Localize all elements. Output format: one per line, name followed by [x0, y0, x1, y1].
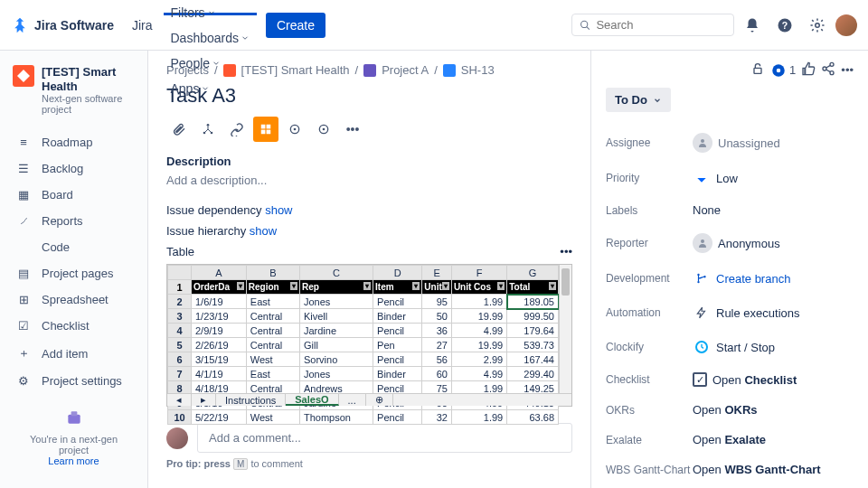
link-icon[interactable]: [224, 117, 250, 142]
project-name: [TEST] Smart Health: [42, 65, 135, 93]
nav-people[interactable]: People: [164, 51, 258, 76]
priority-field[interactable]: Low: [693, 169, 854, 187]
checklist-field[interactable]: ✓Open Checklist: [693, 372, 854, 387]
gear-icon[interactable]: [282, 117, 307, 142]
chevron-down-icon: [653, 96, 662, 105]
svg-point-7: [207, 124, 210, 127]
spreadsheet-scrollbar-v[interactable]: [559, 265, 571, 393]
svg-rect-6: [71, 411, 77, 416]
user-avatar[interactable]: [835, 14, 857, 36]
sheet-tab[interactable]: SalesO: [286, 394, 338, 406]
task-badge-icon: [443, 64, 456, 77]
exalate-field[interactable]: Open Exalate: [693, 433, 854, 446]
automation-field[interactable]: Rule executions: [693, 304, 854, 322]
assignee-field[interactable]: Unassigned: [693, 133, 854, 153]
clockify-field[interactable]: Start / Stop: [693, 338, 854, 356]
sidebar-project-pages[interactable]: ▤Project pages: [7, 260, 140, 286]
sidebar-spreadsheet[interactable]: ⊞Spreadsheet: [7, 286, 140, 313]
svg-point-20: [777, 68, 781, 72]
issue-content: Projects / [TEST] Smart Health / Project…: [148, 51, 591, 488]
labels-field[interactable]: None: [693, 203, 854, 217]
status-button[interactable]: To Do: [606, 88, 671, 112]
search-icon: [580, 19, 590, 32]
table-more-icon[interactable]: •••: [560, 245, 572, 258]
top-nav: Jira Software Jira Your workProjects Fil…: [0, 0, 868, 51]
watch-icon[interactable]: 1: [770, 62, 796, 79]
wbs-field[interactable]: Open WBS Gantt-Chart: [693, 463, 854, 476]
spreadsheet-tabstrip[interactable]: ◂ ▸ Instructions SalesO ... ⊕: [167, 393, 571, 406]
svg-point-4: [816, 23, 820, 27]
nav-filters[interactable]: Filters: [164, 0, 258, 25]
sidebar-footer: You're in a next-gen project Learn more: [7, 401, 140, 474]
hierarchy-show[interactable]: show: [250, 224, 277, 238]
sheet-nav-prev[interactable]: ◂: [167, 394, 192, 406]
lock-icon[interactable]: [750, 61, 765, 79]
create-button[interactable]: Create: [266, 13, 326, 38]
more-icon[interactable]: •••: [340, 117, 365, 142]
okrs-field[interactable]: Open OKRs: [693, 403, 854, 417]
priority-low-icon: [693, 169, 711, 187]
sheet-add-icon[interactable]: ⊕: [366, 394, 393, 406]
dependency-show[interactable]: show: [265, 203, 292, 217]
project-header[interactable]: [TEST] Smart Health Next-gen software pr…: [7, 65, 140, 129]
spreadsheet-embed[interactable]: ABCDEFG1OrderDaRegionRepItemUnitUnit Cos…: [166, 264, 572, 407]
comment-input[interactable]: Add a comment...: [197, 423, 572, 453]
nav-apps[interactable]: Apps: [164, 76, 258, 101]
svg-line-1: [587, 26, 590, 29]
sidebar-backlog[interactable]: ☰Backlog: [7, 155, 140, 182]
sidebar-reports[interactable]: ⟋Reports: [7, 208, 140, 234]
crumb[interactable]: SH-13: [461, 63, 495, 77]
sidebar-item-icon: ▤: [16, 267, 31, 280]
bolt-icon: [693, 304, 711, 322]
settings-icon[interactable]: [803, 11, 832, 40]
description-label: Description: [166, 155, 572, 168]
clockify-icon: [693, 338, 711, 356]
sidebar-code[interactable]: Code: [7, 234, 140, 260]
sidebar-item-icon: ▦: [16, 188, 31, 202]
nav-jira[interactable]: Jira: [125, 13, 160, 38]
comment-protip: Pro tip: press M to comment: [166, 458, 572, 469]
learn-more-link[interactable]: Learn more: [48, 455, 99, 466]
project-icon: [13, 65, 34, 87]
svg-rect-12: [261, 130, 266, 135]
nextgen-icon: [65, 408, 83, 427]
attach-icon[interactable]: [166, 117, 192, 142]
sidebar-checklist[interactable]: ☑Checklist: [7, 313, 140, 339]
crumb[interactable]: Project A: [382, 63, 429, 77]
svg-rect-11: [267, 125, 271, 129]
sidebar-board[interactable]: ▦Board: [7, 182, 140, 208]
sidebar-item-icon: ⊞: [16, 293, 31, 306]
search-box[interactable]: [571, 14, 734, 36]
sidebar-item-icon: ≡: [16, 136, 31, 149]
gear2-icon[interactable]: [311, 117, 336, 142]
help-icon[interactable]: ?: [770, 11, 799, 40]
svg-point-17: [323, 128, 326, 131]
sidebar-roadmap[interactable]: ≡Roadmap: [7, 129, 140, 155]
search-input[interactable]: [596, 18, 726, 32]
person-icon: [693, 133, 712, 153]
comment-avatar: [166, 427, 188, 449]
development-field[interactable]: Create branch: [693, 269, 854, 287]
sheet-tab[interactable]: Instructions: [216, 394, 286, 406]
description-placeholder[interactable]: Add a description...: [166, 174, 572, 187]
sheet-nav-next[interactable]: ▸: [192, 394, 216, 406]
sheet-tab-more[interactable]: ...: [339, 394, 366, 406]
like-icon[interactable]: [801, 61, 816, 79]
nav-dashboards[interactable]: Dashboards: [164, 25, 258, 51]
issue-actions: •••: [166, 117, 572, 142]
project-subtitle: Next-gen software project: [42, 93, 135, 115]
app-icon[interactable]: [253, 117, 278, 142]
details-more-icon[interactable]: •••: [841, 63, 854, 77]
sidebar-add-item[interactable]: ＋Add item: [7, 339, 140, 368]
svg-point-23: [830, 71, 834, 75]
crumb[interactable]: [TEST] Smart Health: [241, 63, 350, 77]
share-icon[interactable]: [821, 61, 835, 79]
person-icon: [693, 233, 712, 253]
notifications-icon[interactable]: [738, 11, 767, 40]
reporter-field[interactable]: Anonymous: [693, 233, 854, 253]
child-issue-icon[interactable]: [195, 117, 221, 142]
jira-logo[interactable]: Jira Software: [11, 16, 114, 34]
svg-point-29: [697, 281, 699, 283]
sidebar-item-icon: ＋: [16, 345, 31, 361]
sidebar-project-settings[interactable]: ⚙Project settings: [7, 368, 140, 394]
